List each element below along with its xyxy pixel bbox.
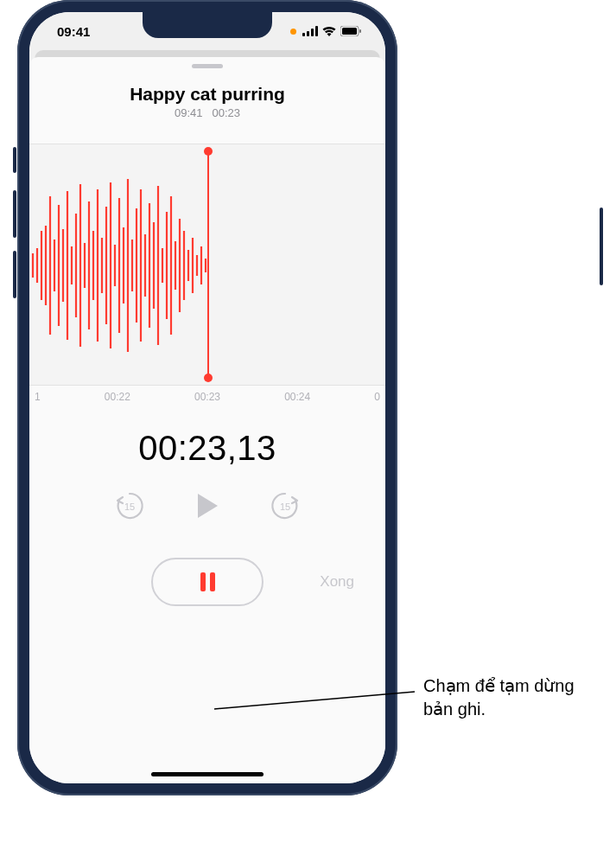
callout-line — [0, 0, 616, 856]
notch — [143, 12, 272, 38]
callout-text: Chạm để tạm dừng bản ghi. — [423, 674, 605, 721]
